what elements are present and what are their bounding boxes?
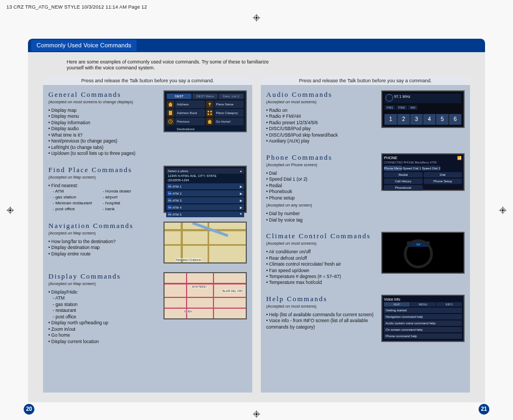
climate-list: Air conditioner on/offRear defrost on/of… [266,249,376,286]
document-card: Commonly Used Voice Commands Here are so… [28,39,485,402]
section-help: Help Commands (Accepted on most screens)… [266,295,465,342]
svg-rect-21 [210,113,212,115]
find-title: Find Place Commands [48,166,158,174]
audio-title: Audio Commands [266,90,376,99]
find-sub: (Accepted on Map screen) [48,175,158,180]
registration-mark-bottom [253,410,260,418]
two-column-area: Press and release the Talk button before… [43,76,470,393]
phone-sub-2: (Accepted on any screen) [266,203,376,208]
thumb-nav-map: Navigation Guidance [163,222,247,264]
title-bar: Commonly Used Voice Commands [28,39,485,52]
phone-title: Phone Commands [266,153,376,162]
phone-list-2: Dial by numberDial by voice tag [266,211,376,223]
intro-text: Here are some examples of commonly used … [67,59,271,72]
thumb-audio: 97.1 MHz FM1FM2AM 123456 [381,90,465,128]
help-title: Help Commands [266,295,376,303]
registration-mark-left [6,207,14,214]
talk-instruction-right: Press and release the Talk button before… [261,76,470,85]
print-header-line: 13 CRZ TRG_ATG_NEW STYLE 10/3/2012 11:14… [6,4,147,10]
right-column: Press and release the Talk button before… [261,76,470,393]
nav-list: How long/far to the destination?Display … [48,239,158,257]
section-find-place: Find Place Commands (Accepted on Map scr… [48,166,247,213]
talk-instruction-left: Press and release the Talk button before… [43,76,252,85]
page-number-left: 20 [24,404,34,415]
display-sub: (Accepted on Map screen) [48,281,158,286]
book-icon [167,109,174,117]
svg-rect-18 [208,111,209,112]
general-title: General Commands [48,90,158,99]
find-list: Find nearest: ATMgas stationMexican rest… [48,183,158,212]
general-list: Display mapDisplay menuDisplay informati… [48,108,158,157]
climate-sub: (Accepted on most screens) [266,241,376,246]
place-icon [206,101,213,108]
title-tab: Commonly Used Voice Commands [31,40,137,51]
history-icon [167,118,174,125]
registration-mark-top [253,14,260,22]
svg-rect-17 [169,111,172,115]
climate-title: Climate Control Commands [266,232,376,240]
display-list: Display/Hide: ATMgas stationrestaurantpo… [48,289,158,345]
nav-title: Navigation Commands [48,222,158,230]
section-general: General Commands (Accepted on most scree… [48,90,247,157]
thumb-voice-info: Voice info MAPMENUINFO Getting started N… [381,295,465,342]
section-audio: Audio Commands (Accepted on most screens… [266,90,465,145]
svg-rect-20 [208,113,209,115]
thumb-climate: Lo [381,232,465,274]
thumb-select-place: Select a place▲ 12345 N ATM1 AVE, CITY, … [163,166,247,213]
phone-list-1: DialSpeed Dial 1 (or 2)RedialPhonebookPh… [266,170,376,201]
section-phone: Phone Commands (Accepted on Phone screen… [266,153,465,223]
home-icon [167,101,174,108]
audio-sub: (Accepted on most screens) [266,99,376,104]
left-column: Press and release the Talk button before… [43,76,252,393]
section-display: Display Commands (Accepted on Map screen… [48,272,247,345]
category-icon [206,109,213,117]
registration-mark-right [499,207,507,214]
gohome-icon [206,118,213,125]
general-sub: (Accepted on most screens to change disp… [48,99,158,104]
thumb-phone: PHONE📶 CONNECTED PHONE BlackBerry 9700 P… [381,153,465,191]
nav-sub: (Accepted on Map screen) [48,231,158,236]
audio-list: Radio onRadio # FM/AMRadio preset 1/2/3/… [266,108,376,145]
svg-rect-19 [210,111,212,112]
help-list: Help (list of available commands for cur… [266,312,376,330]
page-number-right: 21 [479,404,489,415]
thumb-dest-menu: DESTDEST MenuDest. List 2 Address Place … [163,90,247,132]
thumb-display-map: MONTEREY BLAIR DEL ORO EDEN [163,272,247,319]
display-title: Display Commands [48,272,158,281]
svg-point-16 [209,103,211,105]
section-climate: Climate Control Commands (Accepted on mo… [266,232,465,286]
help-sub: (Accepted on most screens) [266,304,376,309]
section-navigation: Navigation Commands (Accepted on Map scr… [48,222,247,264]
phone-sub: (Accepted on Phone screen) [266,162,376,167]
